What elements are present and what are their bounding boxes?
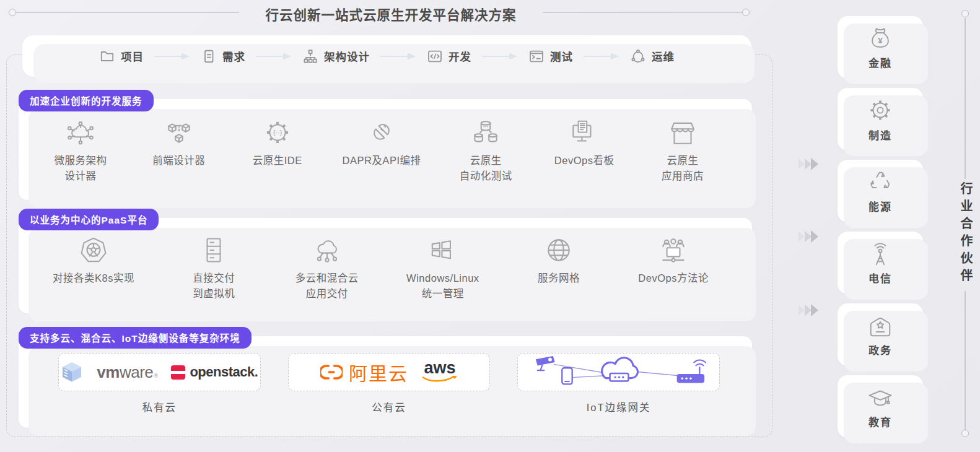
page-title: 行云创新一站式云原生开发平台解决方案 bbox=[239, 4, 543, 24]
flow-arrow-icon bbox=[380, 53, 417, 60]
deco-line-right-lower bbox=[965, 291, 966, 431]
industry-card-government: 政务 bbox=[838, 303, 923, 366]
deco-line-right-upper bbox=[965, 18, 966, 179]
deco-circle-right-top bbox=[961, 10, 969, 17]
feature-label: 多云和混合云 bbox=[294, 271, 361, 286]
section-environments: 支持多云、混合云、IoT边缘侧设备等复杂环境 vmware® openstack… bbox=[19, 336, 752, 428]
deco-circle-top-right bbox=[742, 9, 750, 16]
feature-label: 对接各类K8s实现 bbox=[53, 271, 134, 286]
vmware-logo: vmware® bbox=[97, 363, 157, 382]
feature-label: 服务网格 bbox=[525, 271, 592, 286]
flow-step-label: 架构设计 bbox=[324, 48, 370, 64]
feature-label: 前端设计器 bbox=[146, 153, 212, 168]
feature-item: 对接各类K8s实现 bbox=[53, 232, 134, 302]
microservice-architecture-icon bbox=[47, 114, 114, 147]
devops-board-monitor-icon bbox=[551, 114, 618, 147]
team-methodology-icon bbox=[638, 232, 709, 265]
industry-card-education: 教育 bbox=[838, 375, 923, 438]
government-building-icon bbox=[866, 313, 895, 339]
env-box: 阿里云 aws bbox=[288, 353, 491, 391]
multicloud-delivery-icon bbox=[294, 232, 361, 265]
flow-step-ops: 运维 bbox=[630, 48, 675, 64]
feature-label: 云原生 bbox=[649, 153, 716, 168]
env-private-cloud: vmware® openstack. 私有云 bbox=[58, 353, 261, 414]
flow-step-label: 需求 bbox=[222, 48, 245, 64]
code-window-icon bbox=[427, 48, 443, 64]
feature-label: 自动化测试 bbox=[452, 168, 519, 184]
finance-moneybag-icon: ¥ bbox=[866, 25, 895, 51]
env-box: vmware® openstack. bbox=[58, 353, 261, 391]
feature-label: 直接交付 bbox=[180, 271, 247, 286]
flow-step-label: 开发 bbox=[448, 48, 471, 64]
svg-text:{··}: {··} bbox=[273, 129, 282, 136]
env-iot-gateway: IoT边缘网关 bbox=[517, 353, 720, 414]
feature-item: 云原生自动化测试 bbox=[452, 114, 519, 184]
section-badge: 支持多云、混合云、IoT边缘侧设备等复杂环境 bbox=[19, 327, 252, 349]
alibaba-cloud-logo: 阿里云 bbox=[320, 359, 408, 386]
alibaba-cloud-logo-text: 阿里云 bbox=[349, 359, 408, 386]
industry-card-telecom: 电信 bbox=[838, 232, 923, 294]
feature-item: DAPR及API编排 bbox=[343, 114, 421, 184]
frontend-designer-cubes-icon bbox=[146, 114, 212, 147]
deco-circle-right-bottom bbox=[961, 430, 969, 437]
app-store-icon bbox=[649, 114, 716, 147]
industry-card-finance: ¥ 金融 bbox=[838, 16, 923, 79]
industry-label: 电信 bbox=[868, 270, 892, 285]
globe-mesh-icon bbox=[525, 232, 592, 265]
feature-item: 多云和混合云应用交付 bbox=[294, 232, 361, 302]
feature-item: 微服务架构设计器 bbox=[47, 114, 114, 184]
flow-step-develop: 开发 bbox=[427, 48, 471, 64]
feature-item: 云原生应用商店 bbox=[649, 114, 716, 184]
deco-circle-top-left bbox=[9, 9, 16, 16]
flow-step-label: 测试 bbox=[550, 48, 573, 64]
feature-item: 直接交付到虚拟机 bbox=[180, 232, 247, 302]
flow-arrow-icon bbox=[481, 53, 518, 60]
flow-step-project: 项目 bbox=[99, 48, 144, 64]
feature-label: 应用交付 bbox=[294, 286, 361, 302]
gear-icon bbox=[867, 97, 894, 124]
aws-smile-icon bbox=[422, 376, 458, 384]
env-label: 公有云 bbox=[288, 399, 491, 414]
section-badge: 以业务为中心的PaaS平台 bbox=[19, 209, 159, 230]
industry-label: 制造 bbox=[868, 127, 892, 142]
industry-partners-column: ¥ 金融 制造 能源 电信 政务 教育 bbox=[838, 16, 923, 438]
chevron-right-icon bbox=[798, 303, 820, 318]
industry-label: 政务 bbox=[868, 342, 892, 357]
kubernetes-wheel-icon bbox=[53, 232, 134, 265]
section-paas-platform: 以业务为中心的PaaS平台 对接各类K8s实现 直接交付到虚拟机 多云和混合云应… bbox=[19, 218, 752, 313]
feature-label: DevOps方法论 bbox=[638, 271, 709, 286]
recycle-icon bbox=[866, 169, 895, 195]
feature-item: 服务网格 bbox=[525, 232, 592, 302]
flow-arrow-icon bbox=[154, 53, 191, 60]
workflow-bar: 项目 需求 架构设计 开发 测试 运维 bbox=[22, 35, 751, 77]
feature-label: 云原生 bbox=[452, 153, 519, 168]
flow-step-architecture: 架构设计 bbox=[302, 48, 370, 64]
chevron-right-icon bbox=[798, 229, 820, 244]
deco-line-title-left bbox=[16, 12, 239, 13]
antenna-tower-icon bbox=[866, 241, 895, 267]
ops-cycle-icon bbox=[630, 48, 646, 64]
feature-item: {··} 云原生IDE bbox=[244, 114, 311, 184]
plug-api-icon bbox=[343, 114, 421, 147]
openstack-logo: openstack. bbox=[171, 364, 258, 380]
alibaba-cloud-bracket-icon bbox=[320, 363, 343, 381]
env-public-cloud: 阿里云 aws 公有云 bbox=[288, 353, 491, 414]
feature-label: 应用商店 bbox=[649, 168, 716, 184]
feature-label: DAPR及API编排 bbox=[343, 153, 421, 168]
flow-step-requirements: 需求 bbox=[201, 48, 245, 64]
vmware-logo-text: ware bbox=[120, 363, 153, 382]
feature-label: 云原生IDE bbox=[244, 153, 311, 168]
databases-testing-icon bbox=[452, 114, 519, 147]
sitemap-icon bbox=[302, 48, 318, 64]
feature-item: DevOps方法论 bbox=[638, 232, 709, 302]
deco-line-title-right bbox=[543, 12, 742, 13]
section-badge: 加速企业创新的开发服务 bbox=[19, 90, 154, 111]
env-label: 私有云 bbox=[58, 399, 261, 414]
flow-arrow-icon bbox=[255, 53, 292, 60]
server-stack-icon bbox=[180, 232, 247, 265]
section-dev-services: 加速企业创新的开发服务 微服务架构设计器 前端设计器 {··} 云原生IDE D… bbox=[19, 99, 752, 200]
openstack-mark-icon bbox=[171, 365, 185, 380]
industry-card-energy: 能源 bbox=[838, 160, 923, 222]
feature-item: Windows/Linux统一管理 bbox=[406, 232, 479, 302]
vmware-logo-text: vm bbox=[97, 363, 120, 382]
